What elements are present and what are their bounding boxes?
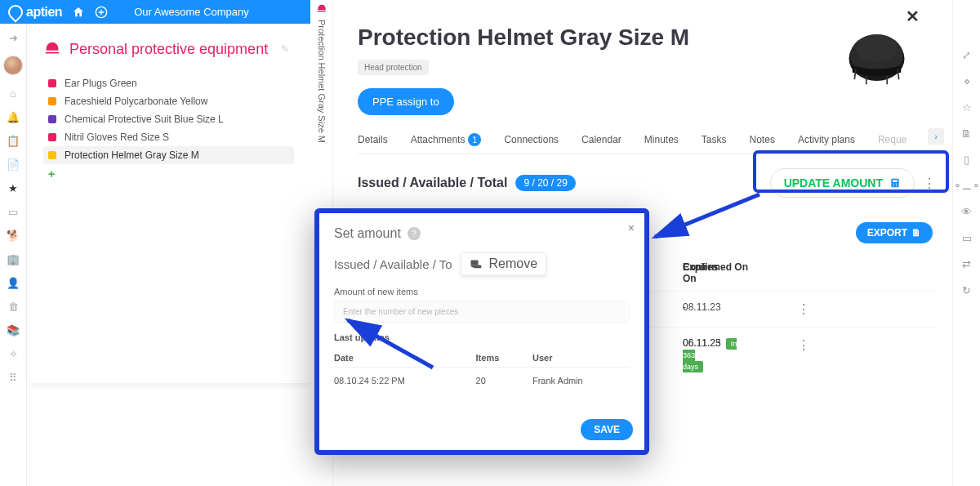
- issued-label: Issued / Available / Total: [358, 176, 507, 190]
- list-item-label: Protection Helmet Gray Size M: [65, 149, 199, 161]
- file-icon[interactable]: ▭: [7, 206, 19, 217]
- home-icon[interactable]: [72, 6, 85, 19]
- help-icon[interactable]: ?: [408, 227, 421, 240]
- modal-subtitle: Issued / Available / To Remove: [334, 252, 630, 275]
- updates-row: 08.10.24 5:22 PM 20 Frank Admin: [334, 368, 630, 394]
- list-item-selected[interactable]: Protection Helmet Gray Size M: [43, 146, 294, 164]
- assign-button[interactable]: PPE assign to: [358, 88, 454, 115]
- bell-icon[interactable]: 🔔: [7, 111, 19, 123]
- hand-remove-icon: [470, 258, 484, 270]
- last-updates-label: Last updates: [334, 332, 630, 342]
- helmet-header-icon: [43, 40, 61, 58]
- list-item[interactable]: Chemical Protective Suit Blue Size L: [43, 110, 294, 128]
- issued-count-badge: 9 / 20 / 29: [515, 175, 575, 191]
- grid-icon[interactable]: ⠿: [7, 372, 19, 383]
- modal-title: Set amount ?: [334, 226, 630, 241]
- doc-icon[interactable]: 🗎: [961, 127, 973, 139]
- puzzle-icon[interactable]: ⋄: [961, 75, 973, 87]
- section-header: Personal protective equipment ✎: [27, 40, 310, 70]
- left-rail: ➜ ⌂ 🔔 📋 📄 ★ ▭ 🐕 🏢 👤 🗑 📚 ✧ ⠿: [0, 24, 27, 486]
- share-icon[interactable]: ⚬⚊⚬: [961, 180, 973, 191]
- remove-chip[interactable]: Remove: [461, 252, 547, 275]
- page-icon[interactable]: ▯: [961, 154, 973, 165]
- tab-connections[interactable]: Connections: [504, 133, 559, 146]
- building-icon[interactable]: 🏢: [7, 253, 19, 265]
- svg-rect-4: [891, 179, 898, 188]
- list-item-label: Faceshield Polycarbonate Yellow: [65, 96, 207, 107]
- star-icon[interactable]: ★: [7, 182, 19, 194]
- svg-point-3: [856, 34, 898, 62]
- expand-icon[interactable]: ⤢: [961, 49, 973, 60]
- horse-icon[interactable]: 🐕: [7, 230, 19, 241]
- calendar-icon[interactable]: 📋: [7, 135, 19, 146]
- tabs: Details Attachments1 Connections Calenda…: [358, 133, 936, 154]
- row-kebab-icon[interactable]: ⋮: [797, 337, 822, 372]
- person-icon[interactable]: 👤: [7, 277, 19, 288]
- category-badge: Head protection: [358, 60, 429, 75]
- calculator-icon: [889, 177, 901, 189]
- enter-icon[interactable]: ➜: [7, 32, 19, 43]
- avatar[interactable]: [3, 56, 23, 75]
- kebab-menu-icon[interactable]: ⋮: [923, 176, 936, 191]
- eye-icon[interactable]: 👁: [961, 206, 973, 217]
- svg-point-6: [893, 183, 894, 184]
- swap-icon[interactable]: ⇄: [961, 258, 973, 270]
- list-item[interactable]: Faceshield Polycarbonate Yellow: [43, 92, 294, 110]
- field-label: Amount of new items: [334, 287, 630, 297]
- vstrip-title: Protection Helmet Gray Size M: [317, 20, 327, 143]
- attachment-count: 1: [468, 133, 481, 146]
- svg-rect-5: [893, 181, 898, 182]
- issued-summary: Issued / Available / Total 9 / 20 / 29 U…: [358, 168, 936, 198]
- top-header: aptien Our Awesome Company: [0, 0, 310, 24]
- book-icon[interactable]: 📚: [7, 324, 19, 336]
- list-item-label: Nitril Gloves Red Size S: [65, 132, 169, 143]
- tabs-scroll-right-icon[interactable]: ›: [928, 128, 944, 145]
- tab-tasks[interactable]: Tasks: [702, 133, 727, 146]
- updates-header: Date Items User: [334, 349, 630, 368]
- set-amount-modal: × Set amount ? Issued / Available / To R…: [314, 208, 649, 455]
- amount-input[interactable]: [334, 301, 630, 323]
- row-kebab-icon[interactable]: ⋮: [797, 301, 822, 317]
- save-button[interactable]: SAVE: [581, 419, 633, 440]
- list-item[interactable]: Ear Plugs Green: [43, 74, 294, 92]
- update-amount-button[interactable]: UPDATE AMOUNT: [770, 168, 915, 198]
- home-rail-icon[interactable]: ⌂: [7, 87, 19, 99]
- item-list-panel: Personal protective equipment ✎ Ear Plug…: [27, 24, 310, 383]
- helmet-image: [842, 20, 911, 90]
- tab-calendar[interactable]: Calendar: [581, 133, 621, 146]
- svg-point-9: [896, 185, 897, 186]
- section-title: Personal protective equipment: [69, 41, 268, 58]
- clipboard-icon[interactable]: 📄: [7, 158, 19, 170]
- plus-circle-icon[interactable]: [95, 6, 108, 19]
- col-confirmed: Confirmed On: [683, 261, 797, 284]
- refresh-icon[interactable]: ↻: [961, 284, 973, 296]
- modal-close-icon[interactable]: ×: [628, 221, 635, 234]
- trash-icon[interactable]: 🗑: [7, 301, 19, 312]
- svg-point-7: [896, 183, 897, 184]
- tab-details[interactable]: Details: [358, 133, 388, 146]
- tab-attachments[interactable]: Attachments1: [411, 133, 482, 146]
- logo[interactable]: aptien: [8, 5, 62, 20]
- add-item-button[interactable]: +: [43, 164, 294, 184]
- right-rail: ⤢ ⋄ ☆ 🗎 ▯ ⚬⚊⚬ 👁 ▭ ⇄ ↻: [952, 0, 980, 486]
- item-list: Ear Plugs Green Faceshield Polycarbonate…: [27, 70, 310, 188]
- star-outline-icon[interactable]: ☆: [961, 101, 973, 113]
- tab-notes[interactable]: Notes: [750, 133, 775, 146]
- tab-activity-plans[interactable]: Activity plans: [798, 133, 855, 146]
- list-item-label: Chemical Protective Suit Blue Size L: [65, 114, 224, 125]
- edit-pencil-icon[interactable]: ✎: [281, 43, 289, 55]
- card-icon[interactable]: ▭: [961, 232, 973, 243]
- company-name[interactable]: Our Awesome Company: [134, 6, 249, 18]
- list-item[interactable]: Nitril Gloves Red Size S: [43, 128, 294, 146]
- svg-rect-10: [470, 261, 478, 265]
- tab-requests[interactable]: Reque: [878, 133, 906, 146]
- export-button[interactable]: EXPORT 🗎: [856, 222, 933, 243]
- donate-icon[interactable]: ✧: [7, 348, 19, 359]
- list-item-label: Ear Plugs Green: [65, 78, 137, 89]
- helmet-strip-icon: [316, 3, 327, 15]
- svg-point-8: [893, 185, 894, 186]
- tab-minutes[interactable]: Minutes: [644, 133, 679, 146]
